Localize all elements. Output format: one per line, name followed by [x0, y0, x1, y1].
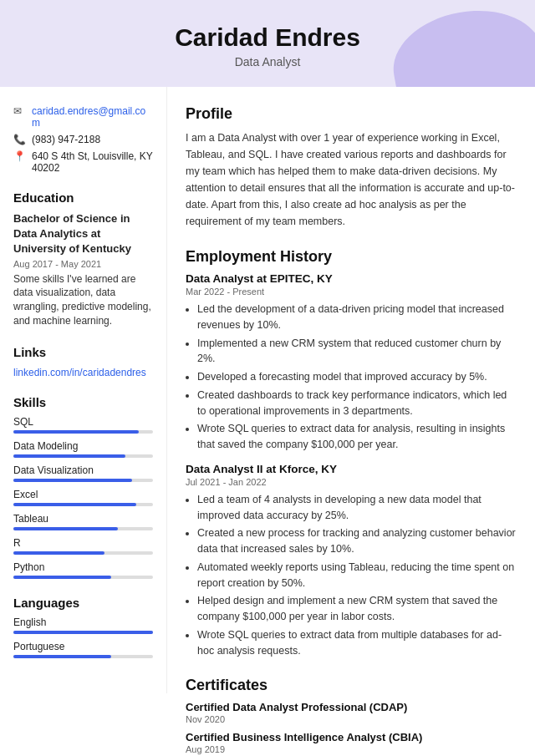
job-title: Data Analyst at EPITEC, KY: [186, 272, 517, 285]
education-degree: Bachelor of Science in Data Analytics at…: [13, 211, 153, 257]
skill-bar-fill: [13, 551, 104, 555]
cert-name: Certified Data Analyst Professional (CDA…: [186, 701, 517, 713]
address-item: 📍 640 S 4th St, Louisville, KY 40202: [13, 150, 153, 174]
languages-title: Languages: [13, 596, 153, 610]
skill-bar-fill: [13, 503, 136, 506]
skill-bar-fill: [13, 527, 118, 530]
language-label: Portuguese: [13, 641, 153, 652]
certificate-item: Certified Data Analyst Professional (CDA…: [186, 701, 517, 724]
cert-date: Nov 2020: [186, 714, 517, 724]
job-dates: Mar 2022 - Present: [186, 287, 517, 297]
links-title: Links: [13, 345, 153, 359]
skills-title: Skills: [13, 395, 153, 409]
bullet-item: Developed a forecasting model that impro…: [197, 369, 517, 385]
bullet-item: Helped design and implement a new CRM sy…: [197, 593, 517, 625]
language-item: Portuguese: [13, 641, 153, 658]
bullet-item: Implemented a new CRM system that reduce…: [197, 336, 517, 368]
education-title: Education: [13, 190, 153, 205]
bullet-item: Created dashboards to track key performa…: [197, 388, 517, 419]
lang-bar-bg: [13, 655, 153, 658]
jobs-list: Data Analyst at EPITEC, KY Mar 2022 - Pr…: [186, 272, 517, 658]
skills-list: SQL Data Modeling Data Visualization Exc…: [13, 416, 153, 579]
skill-item: Data Visualization: [13, 464, 153, 482]
skill-bar-bg: [13, 479, 153, 482]
employment-section: Employment History Data Analyst at EPITE…: [186, 248, 517, 658]
candidate-name: Caridad Endres: [17, 23, 518, 52]
education-section: Education Bachelor of Science in Data An…: [13, 190, 153, 328]
skill-item: Excel: [13, 489, 153, 506]
skill-bar-fill: [13, 576, 111, 579]
email-link[interactable]: caridad.endres@gmail.com: [32, 105, 153, 129]
skill-bar-bg: [13, 503, 153, 506]
sidebar: ✉ caridad.endres@gmail.com 📞 (983) 947-2…: [0, 87, 167, 693]
skill-item: Data Modeling: [13, 440, 153, 458]
skill-bar-fill: [13, 479, 132, 482]
certificate-item: Certified Business Intelligence Analyst …: [186, 731, 517, 754]
linkedin-link[interactable]: linkedin.com/in/caridadendres: [13, 367, 146, 378]
skill-item: R: [13, 537, 153, 555]
body-layout: ✉ caridad.endres@gmail.com 📞 (983) 947-2…: [0, 87, 535, 756]
job-item: Data Analyst at EPITEC, KY Mar 2022 - Pr…: [186, 272, 517, 453]
skill-bar-bg: [13, 551, 153, 555]
address-text: 640 S 4th St, Louisville, KY 40202: [32, 150, 153, 174]
email-item: ✉ caridad.endres@gmail.com: [13, 105, 153, 129]
skill-bar-bg: [13, 454, 153, 458]
bullet-item: Led a team of 4 analysts in developing a…: [197, 492, 517, 524]
language-label: English: [13, 616, 153, 628]
cert-date: Aug 2019: [186, 744, 517, 754]
skill-item: SQL: [13, 416, 153, 434]
bullet-item: Wrote SQL queries to extract data from m…: [197, 627, 517, 659]
bullet-item: Wrote SQL queries to extract data for an…: [197, 421, 517, 453]
email-icon: ✉: [13, 105, 27, 117]
skill-bar-bg: [13, 430, 153, 434]
phone-text: (983) 947-2188: [32, 134, 100, 145]
profile-title: Profile: [186, 105, 517, 123]
lang-bar-fill: [13, 655, 111, 658]
skill-bar-bg: [13, 576, 153, 579]
profile-text: I am a Data Analyst with over 1 year of …: [186, 129, 517, 230]
candidate-title: Data Analyst: [17, 55, 518, 68]
certificates-section: Certificates Certified Data Analyst Prof…: [186, 677, 517, 754]
job-title: Data Analyst II at Kforce, KY: [186, 463, 517, 475]
lang-bar-fill: [13, 631, 153, 634]
job-dates: Jul 2021 - Jan 2022: [186, 477, 517, 487]
skill-item: Tableau: [13, 513, 153, 530]
phone-icon: 📞: [13, 134, 27, 145]
job-bullets: Led the development of a data-driven pri…: [186, 302, 517, 453]
skill-label: Data Visualization: [13, 464, 153, 476]
lang-bar-bg: [13, 631, 153, 634]
main-content: Profile I am a Data Analyst with over 1 …: [167, 87, 535, 756]
skill-bar-fill: [13, 430, 139, 434]
contact-section: ✉ caridad.endres@gmail.com 📞 (983) 947-2…: [13, 105, 153, 174]
skill-label: SQL: [13, 416, 153, 428]
certs-list: Certified Data Analyst Professional (CDA…: [186, 701, 517, 754]
skill-label: Data Modeling: [13, 440, 153, 452]
job-item: Data Analyst II at Kforce, KY Jul 2021 -…: [186, 463, 517, 659]
profile-section: Profile I am a Data Analyst with over 1 …: [186, 105, 517, 230]
bullet-item: Created a new process for tracking and a…: [197, 525, 517, 557]
bullet-item: Led the development of a data-driven pri…: [197, 302, 517, 333]
employment-title: Employment History: [186, 248, 517, 266]
skill-item: Python: [13, 561, 153, 579]
skill-bar-fill: [13, 454, 125, 458]
skill-label: Tableau: [13, 513, 153, 525]
bullet-item: Automated weekly reports using Tableau, …: [197, 560, 517, 591]
skill-label: Excel: [13, 489, 153, 500]
cert-name: Certified Business Intelligence Analyst …: [186, 731, 517, 743]
skills-section: Skills SQL Data Modeling Data Visualizat…: [13, 395, 153, 579]
certificates-title: Certificates: [186, 677, 517, 694]
education-description: Some skills I've learned are data visual…: [13, 272, 153, 328]
language-item: English: [13, 616, 153, 634]
location-icon: 📍: [13, 150, 27, 162]
languages-section: Languages English Portuguese: [13, 596, 153, 658]
skill-label: Python: [13, 561, 153, 573]
languages-list: English Portuguese: [13, 616, 153, 658]
job-bullets: Led a team of 4 analysts in developing a…: [186, 492, 517, 659]
skill-label: R: [13, 537, 153, 549]
education-dates: Aug 2017 - May 2021: [13, 259, 153, 269]
skill-bar-bg: [13, 527, 153, 530]
links-section: Links linkedin.com/in/caridadendres: [13, 345, 153, 378]
phone-item: 📞 (983) 947-2188: [13, 134, 153, 145]
resume-header: Caridad Endres Data Analyst: [0, 0, 535, 87]
